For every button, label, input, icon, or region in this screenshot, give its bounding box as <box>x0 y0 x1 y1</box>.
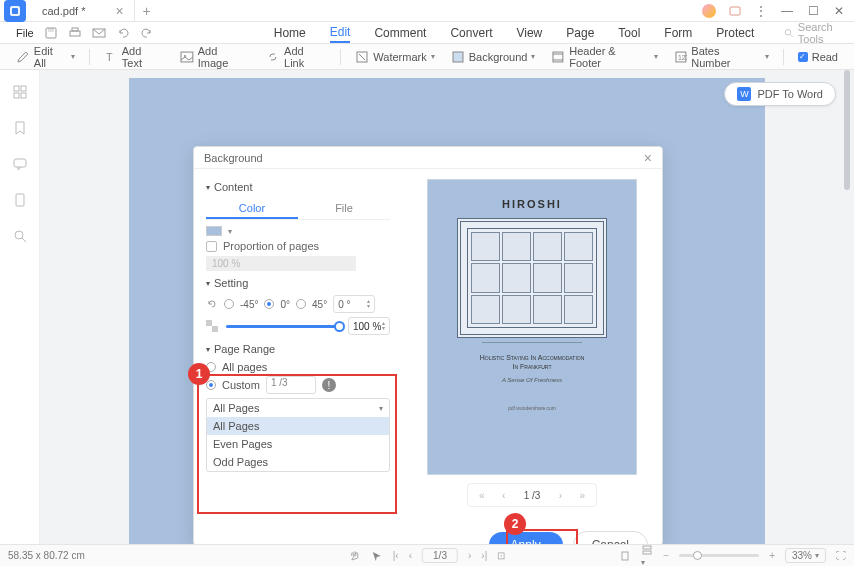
read-toggle[interactable]: ✓ Read <box>792 51 844 63</box>
left-rail <box>0 70 40 544</box>
svg-rect-24 <box>21 93 26 98</box>
tab-edit[interactable]: Edit <box>330 23 351 43</box>
tab-filename: cad.pdf * <box>42 5 85 17</box>
preview-domain: pdf.wondershare.com <box>508 405 556 411</box>
pencil-icon <box>16 50 30 64</box>
background-button[interactable]: Background▾ <box>445 50 542 64</box>
menubar: File Home Edit Comment Convert View Page… <box>0 22 854 44</box>
nav-last-icon[interactable]: ›| <box>481 550 487 561</box>
file-menu[interactable]: File <box>6 27 44 39</box>
header-footer-button[interactable]: Header & Footer▾ <box>545 45 663 69</box>
dialog-close-icon[interactable]: × <box>644 150 652 166</box>
tab-page[interactable]: Page <box>566 24 594 42</box>
bookmark-icon[interactable] <box>12 120 28 136</box>
page-range-section-head[interactable]: ▾Page Range <box>206 343 390 355</box>
svg-text:123: 123 <box>677 53 687 60</box>
preview-italic: A Sense Of Freshness <box>502 377 562 383</box>
page-subset-dropdown[interactable]: All Pages▾ All Pages Even Pages Odd Page… <box>206 398 390 472</box>
thumbnails-icon[interactable] <box>12 84 28 100</box>
pager-first-icon[interactable]: « <box>474 487 490 503</box>
close-tab-icon[interactable]: × <box>115 3 123 19</box>
opacity-input[interactable]: 100 %▴▾ <box>348 317 390 335</box>
color-picker[interactable]: ▾ <box>206 226 390 236</box>
view-continuous-icon[interactable]: ▾ <box>641 544 653 566</box>
opacity-slider[interactable] <box>226 325 340 328</box>
rotate-reset-icon[interactable] <box>206 298 218 310</box>
hand-tool-icon[interactable] <box>349 550 361 562</box>
pager-last-icon[interactable]: » <box>574 487 590 503</box>
rotate-neg45-radio[interactable] <box>224 299 234 309</box>
notification-icon[interactable] <box>728 4 742 18</box>
add-link-button[interactable]: Add Link <box>260 45 332 69</box>
tab-convert[interactable]: Convert <box>450 24 492 42</box>
scroll-thumb[interactable] <box>844 70 850 190</box>
svg-rect-31 <box>622 552 628 560</box>
undo-icon[interactable] <box>116 26 130 40</box>
watermark-icon <box>355 50 369 64</box>
info-icon[interactable]: ! <box>322 378 336 392</box>
close-window-button[interactable]: ✕ <box>832 4 846 18</box>
nav-first-icon[interactable]: |‹ <box>393 550 399 561</box>
view-single-icon[interactable] <box>619 550 631 562</box>
pager-prev-icon[interactable]: ‹ <box>496 487 512 503</box>
svg-line-28 <box>22 238 26 242</box>
tab-protect[interactable]: Protect <box>716 24 754 42</box>
comment-panel-icon[interactable] <box>12 156 28 172</box>
new-tab-button[interactable]: + <box>135 3 159 19</box>
select-tool-icon[interactable] <box>371 550 383 562</box>
minimize-button[interactable]: — <box>780 4 794 18</box>
dialog-left-panel: ▾Content Color File ▾ Proportion of page… <box>194 169 402 523</box>
file-tab[interactable]: File <box>298 199 390 219</box>
more-icon[interactable]: ⋮ <box>754 4 768 18</box>
redo-icon[interactable] <box>140 26 154 40</box>
add-text-button[interactable]: T Add Text <box>98 45 170 69</box>
attachment-icon[interactable] <box>12 192 28 208</box>
angle-input[interactable]: 0 °▴▾ <box>333 295 375 313</box>
add-image-button[interactable]: Add Image <box>174 45 256 69</box>
pdf-to-word-button[interactable]: W PDF To Word <box>724 82 836 106</box>
save-icon[interactable] <box>44 26 58 40</box>
bates-number-button[interactable]: 123 Bates Number▾ <box>668 45 775 69</box>
zoom-slider[interactable] <box>679 554 759 557</box>
content-section-head[interactable]: ▾Content <box>206 181 390 193</box>
edit-all-button[interactable]: Edit All▾ <box>10 45 81 69</box>
rotate-0-radio[interactable] <box>264 299 274 309</box>
preview-subtitle: Holistic Staying In Accommodation In Fra… <box>480 353 585 371</box>
rotate-45-radio[interactable] <box>296 299 306 309</box>
page-indicator[interactable]: 1/3 <box>422 548 458 563</box>
zoom-in-icon[interactable]: + <box>769 550 775 561</box>
fullscreen-icon[interactable]: ⛶ <box>836 550 846 561</box>
vertical-scrollbar[interactable] <box>844 70 850 544</box>
slider-thumb[interactable] <box>334 321 345 332</box>
custom-radio[interactable] <box>206 380 216 390</box>
zoom-out-icon[interactable]: − <box>663 550 669 561</box>
tab-form[interactable]: Form <box>664 24 692 42</box>
tab-tool[interactable]: Tool <box>618 24 640 42</box>
dropdown-option-odd[interactable]: Odd Pages <box>207 453 389 471</box>
proportion-checkbox[interactable] <box>206 241 217 252</box>
zoom-slider-thumb[interactable] <box>693 551 702 560</box>
watermark-button[interactable]: Watermark▾ <box>349 50 440 64</box>
nav-next-icon[interactable]: › <box>468 550 471 561</box>
nav-prev-icon[interactable]: ‹ <box>409 550 412 561</box>
custom-range-input[interactable]: 1 /3 <box>266 376 316 394</box>
account-badge-icon[interactable] <box>702 4 716 18</box>
tab-home[interactable]: Home <box>274 24 306 42</box>
setting-section-head[interactable]: ▾Setting <box>206 277 390 289</box>
dropdown-option-even[interactable]: Even Pages <box>207 435 389 453</box>
tab-comment[interactable]: Comment <box>374 24 426 42</box>
pager-next-icon[interactable]: › <box>552 487 568 503</box>
search-panel-icon[interactable] <box>12 228 28 244</box>
document-tab[interactable]: cad.pdf * × <box>32 0 135 22</box>
fit-page-icon[interactable]: ⊡ <box>497 550 505 561</box>
dropdown-option-all[interactable]: All Pages <box>207 417 389 435</box>
tab-view[interactable]: View <box>516 24 542 42</box>
color-chip <box>206 226 222 236</box>
zoom-value[interactable]: 33%▾ <box>785 548 826 563</box>
search-tools[interactable]: Search Tools <box>784 21 848 45</box>
print-icon[interactable] <box>68 26 82 40</box>
maximize-button[interactable]: ☐ <box>806 4 820 18</box>
proportion-value-field: 100 % <box>206 256 356 271</box>
color-tab[interactable]: Color <box>206 199 298 219</box>
mail-icon[interactable] <box>92 26 106 40</box>
